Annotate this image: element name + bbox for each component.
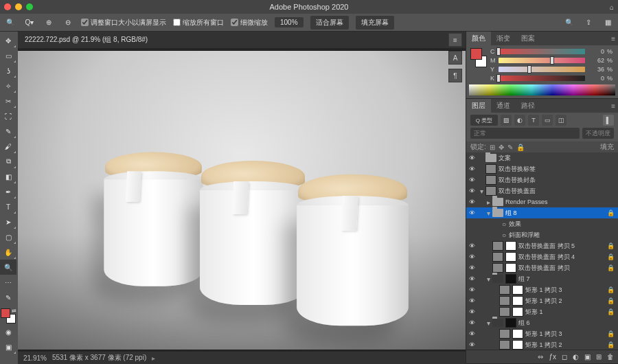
layer-row[interactable]: 👁 ▾ 组 8 🔒	[466, 207, 618, 218]
layer-row[interactable]: 👁 ▾ 组 7	[466, 273, 618, 284]
color-slider-Y[interactable]	[499, 67, 585, 72]
blend-mode-select[interactable]: 正常	[470, 128, 580, 139]
extra-tools[interactable]: ⋯	[0, 275, 16, 290]
pen-tool[interactable]: ✒	[0, 184, 16, 199]
layer-row[interactable]: 👁 ▸ Render Passes	[466, 196, 618, 207]
layer-row[interactable]: 👁 ▾ 双击替换盖面	[466, 185, 618, 196]
gradient-tool[interactable]: ◧	[0, 169, 16, 184]
layer-row[interactable]: 👁 双击替换封条	[466, 174, 618, 185]
zoom-tool[interactable]: 🔍	[0, 260, 16, 275]
stamp-tool[interactable]: ⧉	[0, 154, 16, 169]
layer-name[interactable]: 矩形 1	[525, 308, 607, 317]
dock-char-icon[interactable]: A	[448, 51, 462, 65]
fill-screen-button[interactable]: 填充屏幕	[356, 16, 394, 30]
filter-adjust-icon[interactable]: ◐	[514, 115, 525, 126]
visibility-toggle[interactable]: 👁	[466, 341, 477, 348]
layer-name[interactable]: 斜面和浮雕	[509, 231, 607, 240]
zoom-100-button[interactable]: 100%	[275, 17, 304, 27]
status-zoom[interactable]: 21.91%	[23, 354, 47, 362]
dock-para-icon[interactable]: ¶	[448, 69, 462, 82]
lock-all-icon[interactable]: ⊞	[490, 144, 495, 151]
zoom-in-icon[interactable]: ⊕	[43, 16, 55, 29]
layer-name[interactable]: 双击替换标签	[499, 165, 607, 174]
visibility-toggle[interactable]: 👁	[466, 264, 477, 271]
layers-list[interactable]: 👁 文案 👁 双击替换标签 👁 双击替换封条 👁 ▾ 双击替换盖面 👁 ▸ Re…	[466, 152, 618, 350]
eyedropper-tool[interactable]: ✎	[0, 124, 16, 139]
visibility-toggle[interactable]: 👁	[466, 242, 477, 249]
search-icon[interactable]: 🔍	[563, 16, 575, 29]
layer-row[interactable]: 👁 双击替换盖面 拷贝 4 🔒	[466, 251, 618, 262]
hand-tool[interactable]: ✋	[0, 244, 16, 260]
lasso-tool[interactable]: ʖ	[0, 63, 16, 78]
layer-name[interactable]: 矩形 1 拷贝 2	[525, 341, 607, 350]
swap-colors-icon[interactable]: ⇄	[12, 308, 16, 314]
adjustment-layer-icon[interactable]: ◐	[573, 353, 579, 361]
zoom-all-checkbox[interactable]: 缩放所有窗口	[173, 18, 224, 27]
color-swatch[interactable]: ⇄	[0, 308, 16, 324]
link-layers-icon[interactable]: ⇔	[538, 353, 543, 361]
path-tool[interactable]: ➤	[0, 214, 16, 229]
layer-row[interactable]: ○效果	[466, 218, 618, 229]
type-tool[interactable]: T	[0, 199, 16, 214]
tool-dropdown-icon[interactable]: Q▾	[23, 16, 36, 29]
marquee-tool[interactable]: ▭	[0, 48, 16, 63]
disclosure-triangle[interactable]: ▸	[484, 198, 492, 206]
visibility-toggle[interactable]: 👁	[466, 187, 477, 194]
layer-mask-icon[interactable]: ◻	[562, 353, 567, 361]
filter-type-icon[interactable]: T	[528, 115, 539, 126]
disclosure-triangle[interactable]: ▾	[484, 319, 492, 327]
tab-gradient[interactable]: 渐变	[491, 32, 516, 45]
layer-row[interactable]: 👁 矩形 1 拷贝 2 🔒	[466, 295, 618, 306]
crop-tool[interactable]: ✂	[0, 93, 16, 109]
foreground-color[interactable]	[1, 308, 10, 318]
panel-menu-icon[interactable]: ≡	[611, 102, 615, 110]
layer-row[interactable]: 👁 双击替换盖面 拷贝 5 🔒	[466, 240, 618, 251]
color-spectrum[interactable]	[469, 84, 615, 95]
layer-name[interactable]: Render Passes	[505, 198, 607, 205]
zoom-out-icon[interactable]: ⊖	[62, 16, 74, 29]
layer-row[interactable]: 👁 双击替换盖面 拷贝 🔒	[466, 262, 618, 273]
workspace-icon[interactable]: ▦	[602, 16, 614, 29]
layer-fx-icon[interactable]: ƒx	[549, 353, 556, 361]
fit-screen-button[interactable]: 适合屏幕	[310, 16, 349, 30]
delete-layer-icon[interactable]: 🗑	[607, 353, 614, 361]
layer-name[interactable]: 组 7	[518, 275, 607, 284]
disclosure-triangle[interactable]: ▾	[477, 187, 485, 195]
layer-row[interactable]: 👁 矩形 1 拷贝 3 🔒	[466, 328, 618, 339]
status-docinfo[interactable]: 5531 像素 x 3677 像素 (72 ppi)	[52, 353, 146, 363]
screenmode-tool[interactable]: ▣	[0, 339, 16, 354]
panel-swatch[interactable]	[470, 48, 487, 67]
visibility-toggle[interactable]: 👁	[466, 209, 477, 216]
visibility-toggle[interactable]: 👁	[466, 286, 477, 293]
opacity-field[interactable]: 不透明度	[582, 128, 614, 139]
panel-menu-icon[interactable]: ≡	[611, 35, 615, 43]
layer-name[interactable]: 矩形 1 拷贝 3	[525, 330, 607, 339]
visibility-toggle[interactable]: 👁	[466, 308, 477, 315]
visibility-toggle[interactable]: 👁	[466, 177, 477, 183]
layer-filter-kind[interactable]: Q 类型	[470, 115, 498, 126]
new-layer-icon[interactable]: ⊞	[596, 353, 602, 361]
frame-tool[interactable]: ⛶	[0, 109, 16, 124]
layer-name[interactable]: 组 8	[505, 209, 607, 218]
layer-name[interactable]: 双击替换盖面 拷贝 4	[518, 253, 607, 262]
lock-pixel-icon[interactable]: ✎	[507, 144, 513, 151]
visibility-toggle[interactable]: 👁	[466, 198, 477, 205]
edit-toolbar[interactable]: ✎	[0, 290, 16, 305]
visibility-toggle[interactable]: 👁	[466, 166, 477, 172]
filter-smart-icon[interactable]: ◫	[556, 115, 566, 126]
layer-name[interactable]: 双击替换盖面 拷贝	[518, 264, 607, 273]
tab-paths[interactable]: 路径	[516, 99, 540, 113]
layer-row[interactable]: 👁 ▾ 组 6	[466, 317, 618, 328]
visibility-toggle[interactable]: 👁	[466, 330, 477, 337]
visibility-toggle[interactable]: 👁	[466, 319, 477, 326]
layer-name[interactable]: 双击替换封条	[499, 176, 607, 185]
layer-name[interactable]: 矩形 1 拷贝 2	[525, 297, 607, 306]
layer-row[interactable]: 👁 矩形 1 🔒	[466, 306, 618, 317]
visibility-toggle[interactable]: 👁	[466, 297, 477, 304]
layer-row[interactable]: 👁 矩形 1 拷贝 3 🔒	[466, 284, 618, 295]
layer-row[interactable]: 👁 文案	[466, 152, 618, 163]
visibility-toggle[interactable]: 👁	[466, 155, 477, 161]
share-icon[interactable]: ⇪	[582, 16, 595, 29]
tab-layers[interactable]: 图层	[466, 99, 491, 113]
disclosure-triangle[interactable]: ▾	[484, 275, 492, 283]
